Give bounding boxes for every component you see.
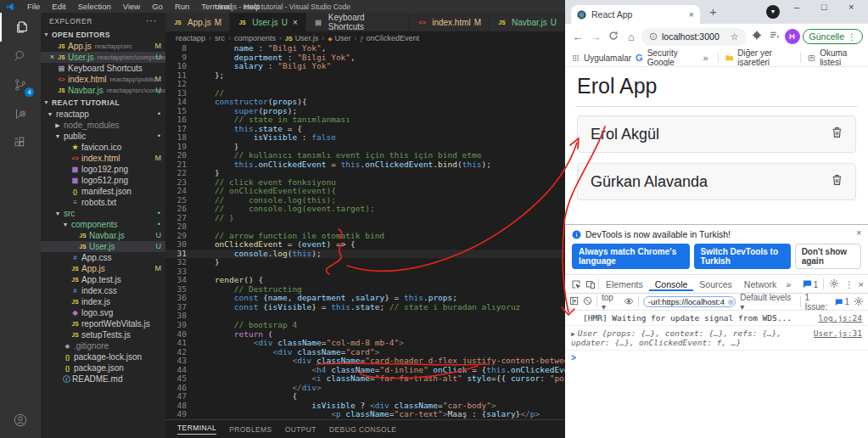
tree-file[interactable]: JSNavbar.jsU <box>41 230 165 241</box>
breadcrumb-item[interactable]: ƒonClickedEvent <box>361 34 419 42</box>
bookmark-apps[interactable]: Uygulamalar <box>584 53 631 63</box>
open-editor-item[interactable]: JSNavbar.jsreactapp\src\componentsU <box>41 85 165 96</box>
url-text[interactable]: localhost:3000 <box>662 31 726 42</box>
console-sidebar-icon[interactable] <box>569 296 579 307</box>
new-tab-icon[interactable]: + <box>709 4 717 19</box>
trash-icon[interactable] <box>832 126 843 142</box>
source-link[interactable]: log.js:24 <box>819 313 862 323</box>
console-prompt[interactable]: > <box>565 351 868 365</box>
code-editor[interactable]: 8 name : "Bilgi Yok",9 department : "Bil… <box>165 44 565 419</box>
apps-grid-icon[interactable] <box>572 53 580 63</box>
extension-puzzle-icon[interactable] <box>749 31 764 43</box>
notice-button-1[interactable]: Always match Chrome's language <box>572 244 690 269</box>
breadcrumb[interactable]: reactapp›src›components›JSUser.js›◈User›… <box>165 31 565 44</box>
menu-help[interactable]: Help <box>238 0 266 13</box>
editor-tab-index-html[interactable]: <>index.htmlM <box>410 13 490 31</box>
notice-button-3[interactable]: Don't show again <box>795 244 861 269</box>
tree-file[interactable]: JSindex.js <box>41 296 165 307</box>
tree-file[interactable]: ▦logo512.png <box>41 175 165 186</box>
devtools-settings-icon[interactable] <box>829 278 839 290</box>
notice-button-2[interactable]: Switch DevTools to Turkish <box>694 244 791 269</box>
account-icon[interactable] <box>0 406 41 435</box>
devtools-tab-sources[interactable]: Sources <box>693 277 738 291</box>
menu-selection[interactable]: Selection <box>72 0 117 13</box>
open-editor-item[interactable]: ×JSUser.jsreactapp\src\componentsU <box>41 52 165 63</box>
bookmark-security-google[interactable]: Security Google <box>647 48 697 67</box>
tree-file[interactable]: ▦logo192.png <box>41 164 165 175</box>
tree-file[interactable]: {}manifest.json <box>41 186 165 197</box>
explorer-icon[interactable] <box>0 13 42 42</box>
panel-tab-output[interactable]: OUTPUT <box>285 425 316 434</box>
media-playlist-icon[interactable] <box>767 30 782 43</box>
bookmark-star-icon[interactable]: ☆ <box>731 31 739 42</box>
user-card[interactable]: Erol Akgül <box>577 115 856 153</box>
menu-run[interactable]: Run <box>169 0 195 13</box>
tree-file[interactable]: ≡robots.txt <box>41 197 165 208</box>
tree-file[interactable]: ★favicon.ico <box>41 142 165 153</box>
tab-search-icon[interactable]: ▼ <box>766 5 780 19</box>
open-editor-item[interactable]: ▤Keyboard Shortcuts <box>41 63 165 74</box>
clear-filter-icon[interactable]: ⊗ <box>727 297 734 306</box>
back-icon[interactable]: ← <box>570 31 585 43</box>
tree-file[interactable]: JSUser.jsU <box>41 241 165 252</box>
menu-go[interactable]: Go <box>146 0 169 13</box>
tree-file[interactable]: ◆.gitignore <box>41 340 165 351</box>
tab-close-icon[interactable]: × <box>689 9 694 20</box>
chrome-update-button[interactable]: Güncelle⋮ <box>803 29 863 44</box>
minimize-icon[interactable]: – <box>794 2 799 12</box>
console-messages-badge[interactable]: 1 <box>803 279 819 289</box>
tree-file[interactable]: JSsetupTests.js <box>41 329 165 340</box>
menu-file[interactable]: File <box>21 0 46 13</box>
home-icon[interactable]: ⌂ <box>624 31 639 43</box>
breadcrumb-item[interactable]: ◈User <box>328 34 350 42</box>
site-info-icon[interactable] <box>649 32 658 41</box>
open-editor-item[interactable]: <>index.htmlreactapp\publicM <box>41 74 165 85</box>
extensions-icon[interactable] <box>0 128 41 157</box>
menu-terminal[interactable]: Terminal <box>195 0 238 13</box>
tree-file[interactable]: {}package-lock.json <box>41 351 165 362</box>
tree-file[interactable]: JSreportWebVitals.js <box>41 318 165 329</box>
tree-file[interactable]: #index.css <box>41 285 165 296</box>
tree-folder[interactable]: ▶node_modules <box>41 120 165 131</box>
close-icon[interactable]: × <box>48 52 57 63</box>
breadcrumb-item[interactable]: reactapp <box>176 34 205 42</box>
console-settings-icon[interactable] <box>854 296 864 308</box>
editor-tab-navbar-js[interactable]: JSNavbar.jsU <box>490 13 565 31</box>
tree-folder[interactable]: ▼components• <box>41 219 165 230</box>
console-context-select[interactable]: top ▾ <box>602 293 619 312</box>
breadcrumb-item[interactable]: JSUser.js <box>285 34 318 42</box>
console-filter-input[interactable]: -url:https://localhost:4⊗ <box>643 296 736 307</box>
editor-tab-app-js[interactable]: JSApp.jsM <box>165 13 230 31</box>
chrome-menu-icon[interactable]: ⋮ <box>848 32 856 42</box>
devtools-menu-icon[interactable]: ⋮ <box>844 279 854 289</box>
address-bar[interactable]: localhost:3000 ☆ <box>641 28 747 46</box>
open-editor-item[interactable]: JSApp.jsreactapp\srcM <box>41 41 165 52</box>
log-levels-select[interactable]: Default levels ▾ <box>740 293 795 312</box>
bookmarks-overflow-icon[interactable]: » <box>703 53 708 63</box>
tree-folder[interactable]: ▼src• <box>41 208 165 219</box>
close-window-icon[interactable]: × <box>848 2 854 12</box>
maximize-icon[interactable]: □ <box>821 2 827 12</box>
editor-tab-keyboard-shortcuts[interactable]: ▤Keyboard Shortcuts <box>306 13 410 31</box>
search-icon[interactable] <box>0 42 41 70</box>
panel-tab-problems[interactable]: PROBLEMS <box>229 425 272 434</box>
tree-file[interactable]: iREADME.md <box>41 373 165 385</box>
source-link[interactable]: User.js:31 <box>814 328 862 338</box>
breadcrumb-item[interactable]: components <box>234 34 276 42</box>
devtools-tab-network[interactable]: Network <box>738 277 783 291</box>
trash-icon[interactable] <box>832 174 843 189</box>
editor-tab-user-js[interactable]: JSUser.jsU× <box>230 13 306 31</box>
user-card[interactable]: Gürkan Alavanda <box>577 163 856 200</box>
explorer-more-icon[interactable]: ··· <box>146 16 157 25</box>
breadcrumb-item[interactable]: src <box>215 34 225 42</box>
panel-tab-terminal[interactable]: TERMINAL <box>177 424 216 435</box>
device-toolbar-icon[interactable] <box>584 279 597 289</box>
tab-close-icon[interactable]: × <box>293 18 298 27</box>
run-debug-icon[interactable] <box>0 99 41 128</box>
notice-close-icon[interactable]: × <box>856 228 861 238</box>
panel-tab-debug-console[interactable]: DEBUG CONSOLE <box>329 425 396 434</box>
menu-edit[interactable]: Edit <box>46 0 71 13</box>
expand-triangle-icon[interactable]: ▶ <box>571 330 575 338</box>
devtools-more-tabs-icon[interactable]: » <box>786 279 791 289</box>
source-control-icon[interactable]: 4 <box>0 70 41 99</box>
